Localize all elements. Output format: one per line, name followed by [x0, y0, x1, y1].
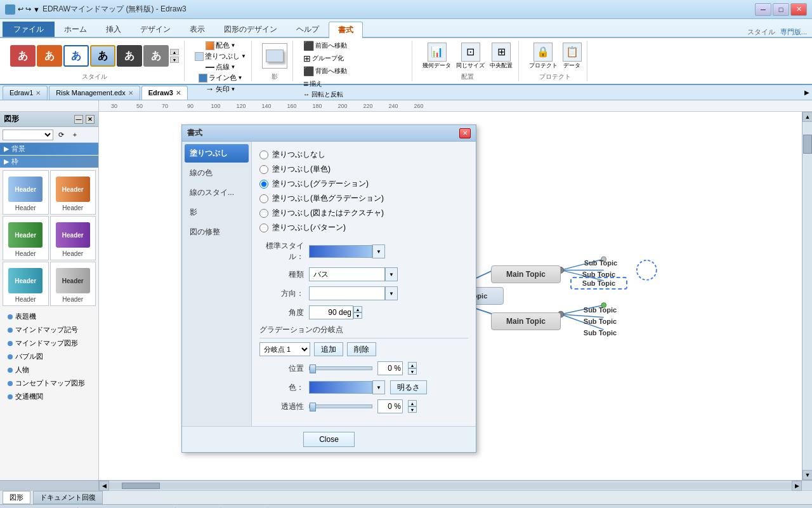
redo-icon[interactable]: ↪	[25, 5, 31, 13]
scroll-track[interactable]	[802, 122, 812, 470]
group-btn[interactable]: ⊞ グループ化	[303, 53, 354, 64]
protect-btn[interactable]: 🔒 プロテクト	[529, 43, 558, 70]
radio-texture-input[interactable]	[259, 209, 268, 218]
style-btn-3[interactable]: あ	[63, 45, 89, 67]
expert-link[interactable]: 専門版...	[780, 27, 807, 37]
scroll-thumb[interactable]	[803, 135, 812, 154]
position-thumb[interactable]	[310, 364, 316, 373]
radio-no-fill-input[interactable]	[259, 150, 268, 159]
main-topic-lower[interactable]: Main Topic	[491, 312, 561, 330]
type-input[interactable]: バス	[309, 267, 385, 281]
maximize-button[interactable]: □	[773, 3, 789, 16]
transparency-spin-up[interactable]: ▲	[408, 400, 417, 406]
radio-pattern[interactable]: 塗りつぶし(パターン)	[259, 222, 468, 233]
close-button[interactable]: ✕	[790, 3, 807, 16]
scroll-down-btn[interactable]: ▼	[802, 470, 812, 480]
radio-gradient-input[interactable]	[259, 180, 268, 189]
transparency-thumb[interactable]	[310, 403, 316, 411]
multi-data-btn[interactable]: 📊 幾何データ	[422, 43, 451, 70]
style-btn-4[interactable]: あ	[90, 45, 115, 67]
panel-item-mindmap-symbol[interactable]: 表題機	[0, 310, 98, 323]
doc-tab-risk-close[interactable]: ✕	[128, 90, 133, 97]
panel-item-bubble[interactable]: バブル図	[0, 350, 98, 363]
doc-tab-edraw1-close[interactable]: ✕	[36, 90, 41, 97]
align-btn[interactable]: ≡ 揃え	[303, 79, 354, 89]
more-quick-icon[interactable]: ▼	[33, 6, 40, 13]
nav-line-style[interactable]: 線のスタイ...	[185, 184, 249, 202]
panel-item-mindmap-shape[interactable]: マインドマップ図形	[0, 337, 98, 350]
delete-stop-btn[interactable]: 削除	[347, 342, 376, 356]
nav-shape-fix[interactable]: 図の修整	[185, 223, 249, 241]
radio-single-gradient-input[interactable]	[259, 194, 268, 203]
angle-spin-up[interactable]: ▲	[353, 306, 362, 312]
radio-pattern-input[interactable]	[259, 224, 268, 232]
h-scroll-thumb[interactable]	[122, 483, 160, 489]
style-btn-2[interactable]: あ	[37, 45, 62, 67]
tab-design[interactable]: デザイン	[131, 22, 180, 37]
shape-item-2[interactable]: Header Header	[50, 170, 96, 215]
position-spin-up[interactable]: ▲	[408, 362, 417, 368]
undo-icon[interactable]: ↩	[18, 5, 23, 13]
nav-shadow[interactable]: 影	[185, 203, 249, 222]
standard-style-color[interactable]	[309, 245, 372, 258]
section-background[interactable]: ▶ 背景	[0, 143, 98, 155]
bottom-tab-doc-restore[interactable]: ドキュメント回復	[33, 491, 103, 504]
doc-tab-edraw1[interactable]: Edraw1 ✕	[3, 86, 48, 100]
brightness-btn[interactable]: 明るさ	[390, 380, 427, 394]
line-btn[interactable]: 点線 ▼	[206, 62, 236, 72]
radio-gradient[interactable]: 塗りつぶし(グラデーション)	[259, 178, 468, 189]
nav-line-color[interactable]: 線の色	[185, 164, 249, 182]
panel-add-btn[interactable]: +	[69, 128, 81, 141]
position-spin-down[interactable]: ▼	[408, 368, 417, 375]
center-btn[interactable]: ⊞ 中央配置	[490, 43, 513, 70]
front-btn[interactable]: ⬛ 前面へ移動	[303, 41, 354, 51]
position-slider[interactable]	[309, 366, 372, 370]
tab-view[interactable]: 表示	[180, 22, 214, 37]
panel-refresh-btn[interactable]: ⟳	[55, 128, 67, 141]
panel-item-mindmap-sym[interactable]: マインドマップ記号	[0, 323, 98, 337]
main-topic-upper[interactable]: Main Topic	[491, 265, 561, 283]
nav-fill[interactable]: 塗りつぶし	[185, 144, 249, 163]
direction-input[interactable]	[309, 286, 385, 300]
same-size-btn[interactable]: ⊡ 同じサイズ	[456, 43, 485, 70]
rotate-btn[interactable]: ↔ 回転と反転	[303, 90, 354, 99]
style-scroll-up[interactable]: ▲	[170, 49, 179, 55]
fill-btn[interactable]: 塗りつぶし ▼	[195, 51, 246, 61]
color-dropdown[interactable]: ▼	[372, 380, 385, 394]
radio-texture[interactable]: 塗りつぶし(図またはテクスチャ)	[259, 208, 468, 218]
bottom-tab-shapes[interactable]: 図形	[3, 491, 30, 504]
tab-format[interactable]: 書式	[329, 22, 363, 38]
doc-tab-edraw3[interactable]: Edraw3 ✕	[141, 86, 188, 100]
h-scroll-left-btn[interactable]: ◀	[99, 481, 109, 491]
transparency-value-input[interactable]: 0 %	[377, 399, 403, 413]
arrow-btn[interactable]: → 矢印 ▼	[206, 84, 236, 94]
radio-solid-input[interactable]	[259, 165, 268, 174]
radio-no-fill[interactable]: 塗りつぶしなし	[259, 149, 468, 160]
tab-shape-design[interactable]: 図形のデザイン	[214, 22, 287, 37]
tab-scroll-btn[interactable]: ▶	[802, 89, 812, 96]
type-dropdown[interactable]: ▼	[385, 267, 398, 281]
scroll-up-btn[interactable]: ▲	[802, 112, 812, 122]
data-btn[interactable]: 📋 データ	[563, 43, 582, 70]
shape-item-3[interactable]: Header Header	[3, 216, 49, 260]
transparency-slider[interactable]	[309, 404, 372, 408]
dialog-title-bar[interactable]: 書式 ✕	[182, 125, 476, 142]
sub-topic-5[interactable]: Sub Topic	[572, 315, 629, 328]
style-btn-5[interactable]: あ	[117, 45, 142, 67]
standard-style-dropdown[interactable]: ▼	[372, 244, 385, 258]
dialog-close-button[interactable]: Close	[303, 432, 355, 447]
panel-category-select[interactable]	[3, 130, 53, 140]
color-swatch[interactable]	[309, 381, 372, 394]
sub-topic-1[interactable]: Sub Topic	[572, 257, 629, 269]
style-btn-1[interactable]: あ	[10, 45, 36, 67]
tab-insert[interactable]: 挿入	[96, 22, 131, 37]
panel-item-concept[interactable]: コンセプトマップ図形	[0, 377, 98, 390]
panel-item-transport[interactable]: 交通機関	[0, 390, 98, 403]
sub-topic-3[interactable]: Sub Topic	[570, 277, 627, 290]
back-btn[interactable]: ⬛ 背面へ移動	[303, 66, 354, 76]
dialog-close-icon[interactable]: ✕	[459, 128, 471, 138]
angle-spin-down[interactable]: ▼	[353, 312, 362, 319]
panel-item-person[interactable]: 人物	[0, 363, 98, 377]
shape-item-5[interactable]: Header Header	[3, 262, 49, 306]
line-color-btn[interactable]: ライン色 ▼	[199, 73, 243, 83]
